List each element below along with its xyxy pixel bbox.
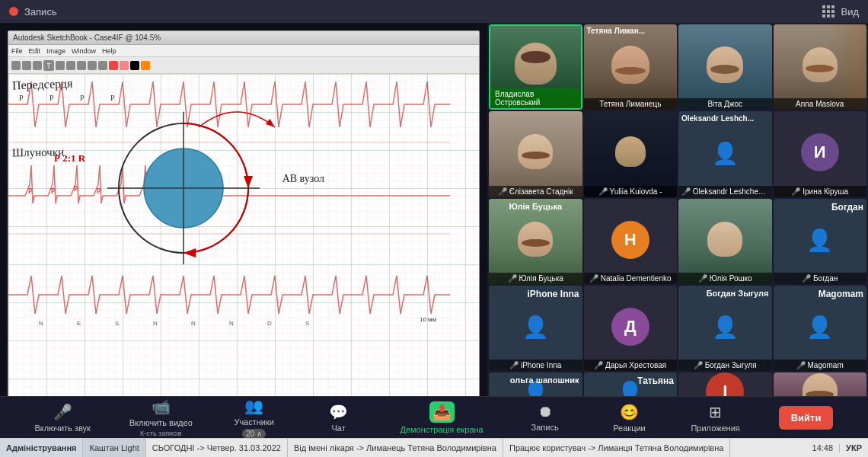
lang-badge: УКР: [839, 443, 868, 452]
yuliia-b-top-name: Юлія Буцька: [492, 202, 579, 211]
mic-icon: 🎤: [53, 403, 72, 421]
top-bar-left: Запись: [9, 6, 57, 18]
sketchbook-menubar[interactable]: File Edit Image Window Help: [8, 45, 479, 57]
participant-magomam: Magomam 👤 🎤 Magomam: [774, 286, 867, 371]
tool-icon[interactable]: [22, 61, 31, 70]
tool-icon[interactable]: [11, 61, 21, 70]
chat-button[interactable]: 💬 Чат: [316, 403, 362, 433]
menu-image[interactable]: Image: [46, 47, 65, 55]
doctor-segment: Від імені лікаря -> Лиманець Тетяна Воло…: [288, 439, 503, 457]
bogdan-b-name: 🎤 Богдан: [774, 273, 867, 284]
record-button[interactable]: ⏺ Запись: [522, 403, 568, 432]
time-display: 14:48: [806, 443, 840, 452]
camera-button[interactable]: 📹 Включить видео К-сть записів: [129, 398, 193, 437]
exit-label: Вийти: [791, 412, 822, 423]
participant-yuliia-k: 🎤 Yuliia Kuiovda -: [584, 111, 678, 197]
tatyana-top-name: Татьяна: [587, 376, 675, 386]
shlunok-label: Шлуночки: [12, 145, 64, 159]
av-vuzol-label: АВ вузол: [282, 173, 324, 185]
yuliia-r-name: 🎤 Юлія Рошко: [678, 273, 772, 284]
share-icon: 📤: [429, 401, 455, 423]
iphone-inna-avatar: 👤: [522, 315, 549, 340]
working-as-segment: Працює користувач -> Лиманця Тетяна Воло…: [503, 439, 730, 457]
user-name-label: Лиманця Тетяна Володимирівна: [598, 443, 723, 452]
svg-text:E: E: [77, 320, 81, 327]
software-label: Каштан Light: [89, 443, 139, 452]
participant-iryna: И 🎤 Ірина Кіруша: [774, 111, 867, 197]
yuliia-b-name: 🎤 Юлія Буцька: [489, 273, 582, 284]
yuliia-k-name: 🎤 Yuliia Kuiovda -: [584, 186, 678, 197]
participant-tetiana: Тетяна Лиман... Тетяна Лиманець: [584, 24, 678, 110]
participant-darya: Д 🎤 Дарья Хрестовая: [584, 286, 678, 371]
participant-vladyslav: Владислав Островський: [489, 24, 582, 110]
olga-top-name: ольга шапошник: [492, 376, 579, 385]
apps-button[interactable]: ⊞ Приложения: [691, 403, 739, 433]
tool-icon[interactable]: [98, 61, 107, 70]
oleksandr-name: 🎤 Oleksandr Leshchenko: [678, 186, 772, 197]
menu-help[interactable]: Help: [102, 47, 116, 55]
record-dot: [9, 7, 18, 16]
working-as-label: Працює користувач ->: [509, 443, 595, 452]
av-node-diagram: АВ вузол: [107, 112, 260, 264]
participant-yuliia-b: Юлія Буцька 🎤 Юлія Буцька: [489, 199, 582, 284]
oleksandr-avatar: 👤: [712, 141, 739, 166]
view-label: Вид: [841, 6, 859, 18]
tool-color-red[interactable]: [109, 61, 118, 70]
darya-name: 🎤 Дарья Хрестовая: [584, 360, 678, 371]
tool-icon[interactable]: [56, 61, 65, 70]
exit-button[interactable]: Вийти: [779, 406, 834, 430]
svg-text:N: N: [39, 320, 43, 327]
admin-segment: Адміністрування: [0, 439, 83, 457]
svg-text:N: N: [153, 320, 158, 327]
menu-window[interactable]: Window: [72, 47, 96, 55]
sketchbook-toolbar[interactable]: T: [8, 57, 479, 74]
tool-icon[interactable]: [66, 61, 75, 70]
share-screen-button[interactable]: 📤 Демонстрація екрана: [400, 401, 483, 434]
svg-text:P: P: [110, 94, 115, 102]
doctor-name-label: Лиманець Тетяна Володимирівна: [366, 443, 496, 452]
participants-icon: 👥: [244, 397, 263, 415]
svg-text:р: р: [51, 185, 55, 193]
bogdan-z-name: 🎤 Богдан Зыгуля: [678, 360, 772, 371]
reactions-button[interactable]: 😊 Реакции: [607, 403, 653, 433]
mic-button[interactable]: 🎤 Включить звук: [34, 403, 90, 433]
sketchbook-window[interactable]: Autodesk SketchBook - Case4IF @ 104.5% F…: [8, 30, 480, 407]
iphone-inna-top-name: iPhone Inna: [492, 289, 579, 299]
anna-name: Anna Maslova: [774, 98, 867, 110]
av-diagram-svg: [107, 112, 260, 264]
menu-edit[interactable]: Edit: [29, 47, 41, 55]
reactions-icon: 😊: [620, 403, 639, 421]
tool-color-pink[interactable]: [120, 61, 129, 70]
svg-text:N: N: [229, 320, 234, 327]
grid-icon: [822, 5, 834, 18]
camera-label: Включить видео: [129, 418, 193, 427]
sketchbook-titlebar: Autodesk SketchBook - Case4IF @ 104.5%: [8, 31, 479, 45]
bogdan-z-avatar: 👤: [712, 315, 739, 340]
participants-label: Участники: [234, 417, 274, 427]
participants-button[interactable]: 👥 Участники 20 ∧: [231, 397, 277, 439]
tetiana-top-name: Тетяна Лиман...: [587, 27, 675, 35]
tool-icon[interactable]: [33, 61, 42, 70]
oleksandr-top-name: Oleksandr Leshch...: [681, 114, 769, 123]
tool-icon[interactable]: [88, 61, 97, 70]
tool-icon[interactable]: [77, 61, 86, 70]
svg-text:10 мм: 10 мм: [420, 316, 436, 323]
svg-text:S: S: [115, 320, 119, 327]
tool-color-orange[interactable]: [141, 61, 150, 70]
tool-text[interactable]: T: [43, 60, 54, 71]
participant-oleksandr: Oleksandr Leshch... 👤 🎤 Oleksandr Leshch…: [678, 111, 772, 197]
mic-label: Включить звук: [34, 423, 90, 433]
participants-grid: Владислав Островський Тетяна Лиман... Те…: [487, 23, 868, 415]
record-label: Запись: [531, 423, 559, 432]
menu-file[interactable]: File: [11, 47, 23, 55]
participant-elizaveta: 🎤 Єлізавета Стаднік: [489, 111, 582, 197]
camera-icon: 📹: [152, 398, 171, 416]
tool-color-black[interactable]: [130, 61, 139, 70]
time-label: 14:48: [812, 443, 834, 452]
top-bar-right: Вид: [822, 5, 859, 18]
date-label: Четвер. 31.03.2022: [207, 443, 281, 452]
participants-badge: 20 ∧: [242, 429, 266, 439]
bogdan-b-avatar: 👤: [806, 228, 833, 253]
participant-bogdan-z: Богдан Зыгуля 👤 🎤 Богдан Зыгуля: [678, 286, 772, 371]
apps-label: Приложения: [691, 423, 739, 433]
